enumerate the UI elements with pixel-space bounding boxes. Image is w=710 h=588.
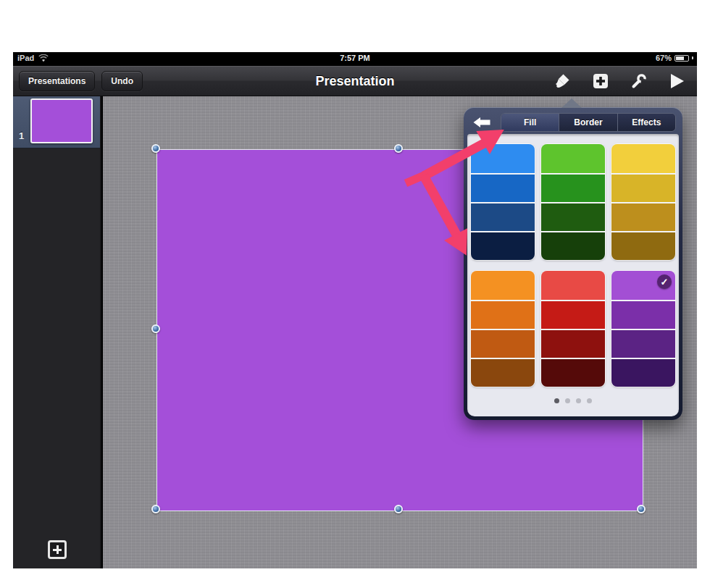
palette-blue[interactable] xyxy=(471,144,535,260)
presentations-button[interactable]: Presentations xyxy=(19,71,95,91)
toolbar: Presentations Undo Presentation xyxy=(13,66,697,96)
slide-thumbnail[interactable] xyxy=(30,98,93,143)
color-swatch-purple-2[interactable] xyxy=(611,329,675,358)
slide-row-selected[interactable]: 1 xyxy=(13,96,100,148)
ipad-screen: iPad 7:57 PM 67% Presentations Undo Pres… xyxy=(13,52,697,568)
palette-red[interactable] xyxy=(541,271,605,387)
color-swatch-green-0[interactable] xyxy=(541,144,605,173)
palette-purple[interactable]: ✓ xyxy=(611,271,675,387)
color-swatch-blue-3[interactable] xyxy=(471,231,535,260)
popover-header: FillBorderEffects xyxy=(467,111,679,134)
color-swatch-green-1[interactable] xyxy=(541,173,605,202)
color-swatch-purple-1[interactable] xyxy=(611,300,675,329)
resize-handle[interactable] xyxy=(394,505,403,513)
fill-color-panel: ✓ xyxy=(467,134,679,416)
battery-icon xyxy=(674,55,689,62)
color-swatch-green-2[interactable] xyxy=(541,202,605,231)
battery-percent: 67% xyxy=(656,54,672,62)
format-popover: FillBorderEffects ✓ xyxy=(464,107,682,420)
slide-number: 1 xyxy=(19,130,24,141)
palette-yellow[interactable] xyxy=(611,144,675,260)
tab-effects[interactable]: Effects xyxy=(617,114,675,131)
page-dot[interactable] xyxy=(565,398,570,403)
clock: 7:57 PM xyxy=(13,54,697,62)
format-paintbrush-icon[interactable] xyxy=(553,72,572,91)
slide-navigator: 1 xyxy=(13,96,101,568)
palette-orange[interactable] xyxy=(471,271,535,387)
resize-handle[interactable] xyxy=(394,144,403,153)
play-icon[interactable] xyxy=(668,72,687,91)
page-dot[interactable] xyxy=(587,398,592,403)
resize-handle[interactable] xyxy=(151,324,160,333)
back-arrow-icon[interactable] xyxy=(467,113,496,132)
tab-border[interactable]: Border xyxy=(559,114,617,131)
color-swatch-orange-1[interactable] xyxy=(471,300,535,329)
tab-fill[interactable]: Fill xyxy=(501,114,559,131)
color-swatch-orange-0[interactable] xyxy=(471,271,535,300)
checkmark-icon: ✓ xyxy=(657,274,672,289)
color-swatch-purple-3[interactable] xyxy=(611,358,675,387)
tools-wrench-icon[interactable] xyxy=(630,72,648,91)
color-swatch-yellow-3[interactable] xyxy=(611,231,675,260)
color-swatch-yellow-2[interactable] xyxy=(611,202,675,231)
color-swatch-green-3[interactable] xyxy=(541,231,605,260)
palette-green[interactable] xyxy=(541,144,605,260)
resize-handle[interactable] xyxy=(637,505,646,513)
popover-caret xyxy=(561,98,582,108)
undo-button[interactable]: Undo xyxy=(101,71,143,91)
color-swatch-red-3[interactable] xyxy=(541,358,605,387)
status-bar: iPad 7:57 PM 67% xyxy=(13,52,697,66)
palette-row-2: ✓ xyxy=(467,271,679,387)
page-dots xyxy=(467,398,679,403)
color-swatch-orange-3[interactable] xyxy=(471,358,535,387)
popover-tabs: FillBorderEffects xyxy=(501,113,676,132)
page-dot[interactable] xyxy=(576,398,581,403)
resize-handle[interactable] xyxy=(151,505,160,513)
color-swatch-blue-1[interactable] xyxy=(471,173,535,202)
color-swatch-yellow-0[interactable] xyxy=(611,144,675,173)
color-swatch-orange-2[interactable] xyxy=(471,329,535,358)
page-dot[interactable] xyxy=(554,398,559,403)
insert-plus-icon[interactable] xyxy=(591,72,610,91)
color-swatch-yellow-1[interactable] xyxy=(611,173,675,202)
color-swatch-blue-2[interactable] xyxy=(471,202,535,231)
color-swatch-red-2[interactable] xyxy=(541,329,605,358)
color-swatch-red-1[interactable] xyxy=(541,300,605,329)
palette-row-1 xyxy=(467,144,679,260)
color-swatch-blue-0[interactable] xyxy=(471,144,535,173)
color-swatch-red-0[interactable] xyxy=(541,271,605,300)
resize-handle[interactable] xyxy=(151,144,160,153)
add-slide-icon[interactable] xyxy=(48,540,67,559)
